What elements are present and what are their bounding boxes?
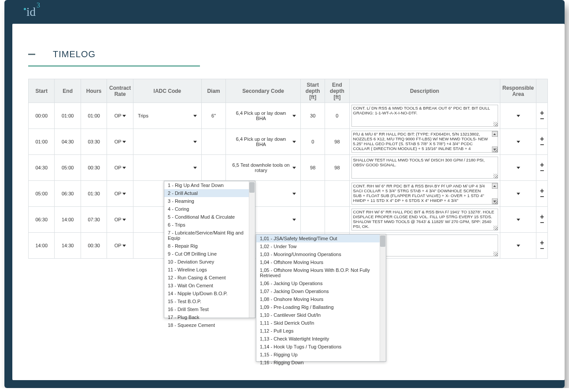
dropdown-item[interactable]: 1,08 - Onshore Moving Hours (256, 295, 386, 303)
dropdown-item[interactable]: 1,13 - Check Watertight Integrity (256, 335, 386, 343)
dropdown-item[interactable]: 1,14 - Hook Up Tugs / Tug Operations (256, 343, 386, 351)
cell-responsible-select[interactable] (502, 167, 535, 169)
dropdown-item[interactable]: 7 - Lubricate/Service/Maint Rig and Equi… (164, 229, 255, 242)
dropdown-item[interactable]: 10 - Deviation Survey (164, 258, 255, 266)
dropdown-item[interactable]: 8 - Repair Rig (164, 242, 255, 250)
cell-iadc[interactable] (133, 129, 201, 155)
cell-responsible-select[interactable] (502, 219, 535, 221)
dropdown-item[interactable]: 12 - Run Casing & Cement (164, 274, 255, 282)
resize-grip-icon[interactable] (493, 252, 498, 256)
dropdown-item[interactable]: 17 - Plug Back (164, 313, 255, 321)
cell-responsible[interactable] (500, 207, 536, 233)
description-textarea[interactable]: P/U & M/U 6" RR HALL PDC BIT: (TYPE: FXD… (351, 131, 498, 153)
dropdown-item[interactable]: 1,04 - Offshore Moving Hours (256, 258, 386, 266)
cell-responsible[interactable] (500, 129, 536, 155)
cell-contract[interactable]: OP (107, 181, 133, 207)
dropdown-item[interactable]: 11 - Wireline Logs (164, 266, 255, 274)
dropdown-item[interactable]: 1,02 - Under Tow (256, 242, 386, 250)
dropdown-item[interactable]: 14 - Nipple Up/Down B.O.P. (164, 289, 255, 297)
cell-iadc-select[interactable] (135, 141, 200, 143)
description-textarea[interactable]: CONT RIH W/ 6" RR HALL PDC BIT & RSS BHA… (351, 209, 498, 231)
remove-row-button[interactable]: − (540, 246, 544, 251)
cell-contract-select[interactable]: OP (109, 217, 131, 222)
dropdown-item[interactable]: 1,05 - Offshore Moving Hours With B.O.P.… (256, 266, 386, 279)
cell-iadc-select[interactable]: Trips (135, 113, 200, 118)
cell-responsible[interactable] (500, 103, 536, 129)
dropdown-item[interactable]: 1,16 - Rigging Down (256, 359, 386, 366)
cell-contract[interactable]: OP (107, 207, 133, 233)
cell-responsible[interactable] (500, 233, 536, 259)
secondary-dropdown[interactable]: 1,01 - JSA/Safety Meeting/Time Out1,02 -… (256, 234, 386, 362)
dropdown-item[interactable]: 1,11 - Skid Derrick Out/In (256, 319, 386, 327)
cell-diam (201, 129, 225, 155)
description-textarea[interactable]: CONT. RIH W/ 6" RR PDC BIT & RSS BHA BY … (351, 183, 498, 205)
description-textarea[interactable]: CONT. L/ DN RSS & MWD TOOLS & BREAK OUT … (351, 105, 498, 127)
cell-contract-select[interactable]: OP (109, 165, 131, 170)
cell-start-depth: 98 (301, 155, 325, 181)
dropdown-item[interactable]: 18 - Squeeze Cement (164, 321, 255, 329)
dropdown-item[interactable]: 1,01 - JSA/Safety Meeting/Time Out (256, 234, 386, 242)
resize-grip-icon[interactable] (493, 148, 498, 152)
cell-iadc[interactable] (133, 155, 201, 181)
dropdown-item[interactable]: 15 - Test B.O.P. (164, 297, 255, 305)
scrollbar-thumb[interactable] (380, 235, 385, 247)
resize-grip-icon[interactable] (493, 226, 498, 230)
scrollbar[interactable] (249, 181, 255, 318)
cell-hours: 00:30 (81, 233, 107, 259)
dropdown-item[interactable]: 13 - Wait On Cement (164, 282, 255, 289)
dropdown-item[interactable]: 9 - Cut Off Drilling Line (164, 250, 255, 258)
cell-responsible[interactable] (500, 155, 536, 181)
cell-responsible-select[interactable] (502, 193, 535, 195)
dropdown-item[interactable]: 1,03 - Mooring/Unmooring Operations (256, 250, 386, 258)
dropdown-item[interactable]: 1,07 - Jacking Down Operations (256, 287, 386, 295)
dropdown-item[interactable]: 16 - Drill Stem Test (164, 305, 255, 313)
cell-responsible[interactable] (500, 181, 536, 207)
cell-contract[interactable]: OP (107, 129, 133, 155)
scroll-up-icon[interactable] (492, 183, 498, 189)
remove-row-button[interactable]: − (540, 116, 544, 121)
remove-row-button[interactable]: − (540, 194, 544, 199)
cell-responsible-select[interactable] (502, 141, 535, 143)
cell-secondary-select[interactable]: 6,4 Pick up or lay down BHA (228, 136, 299, 147)
cell-secondary[interactable]: 6,5 Test downhole tools on rotary (226, 155, 301, 181)
cell-responsible-select[interactable] (502, 245, 535, 247)
dropdown-item[interactable]: 2 - Drill Actual (164, 189, 255, 197)
cell-contract-select[interactable]: OP (109, 243, 131, 248)
resize-grip-icon[interactable] (493, 122, 498, 126)
cell-contract[interactable]: OP (107, 103, 133, 129)
cell-contract-select[interactable]: OP (109, 139, 131, 144)
cell-secondary-select[interactable]: 6,5 Test downhole tools on rotary (228, 162, 299, 173)
scrollbar[interactable] (380, 234, 386, 361)
dropdown-item[interactable]: 4 - Coring (164, 205, 255, 213)
cell-contract-select[interactable]: OP (109, 113, 131, 118)
cell-contract[interactable]: OP (107, 155, 133, 181)
cell-iadc[interactable]: Trips (133, 103, 201, 129)
iadc-dropdown[interactable]: 1 - Rig Up And Tear Down2 - Drill Actual… (164, 181, 255, 318)
cell-iadc-select[interactable] (135, 167, 200, 169)
dropdown-item[interactable]: 1,06 - Jacking Up Operations (256, 279, 386, 287)
cell-secondary[interactable]: 6,4 Pick up or lay down BHA (226, 129, 301, 155)
collapse-icon[interactable] (28, 54, 35, 55)
remove-row-button[interactable]: − (540, 220, 544, 225)
cell-secondary[interactable]: 6,4 Pick up or lay down BHA (226, 103, 301, 129)
cell-responsible-select[interactable] (502, 115, 535, 117)
dropdown-item[interactable]: 3 - Reaming (164, 197, 255, 205)
dropdown-item[interactable]: 6 - Trips (164, 221, 255, 229)
dropdown-item[interactable]: 1,10 - Cantilever Skid Out/In (256, 311, 386, 319)
scroll-up-icon[interactable] (492, 131, 498, 137)
dropdown-item[interactable]: 1 - Rig Up And Tear Down (164, 181, 255, 189)
resize-grip-icon[interactable] (493, 200, 498, 204)
dropdown-item[interactable]: 1,09 - Pre-Loading Rig / Ballasting (256, 303, 386, 311)
cell-start-depth (301, 181, 325, 207)
description-textarea[interactable]: SHALLOW TEST HALL MWD TOOLS W/ DISCH 300… (351, 157, 498, 179)
dropdown-item[interactable]: 1,12 - Pull Legs (256, 327, 386, 335)
cell-contract-select[interactable]: OP (109, 191, 131, 196)
scrollbar-thumb[interactable] (249, 182, 255, 193)
remove-row-button[interactable]: − (540, 168, 544, 173)
resize-grip-icon[interactable] (493, 174, 498, 178)
dropdown-item[interactable]: 5 - Conditional Mud & Circulate (164, 213, 255, 221)
dropdown-item[interactable]: 1,15 - Rigging Up (256, 351, 386, 359)
remove-row-button[interactable]: − (540, 142, 544, 147)
cell-secondary-select[interactable]: 6,4 Pick up or lay down BHA (228, 110, 299, 121)
cell-contract[interactable]: OP (107, 233, 133, 259)
